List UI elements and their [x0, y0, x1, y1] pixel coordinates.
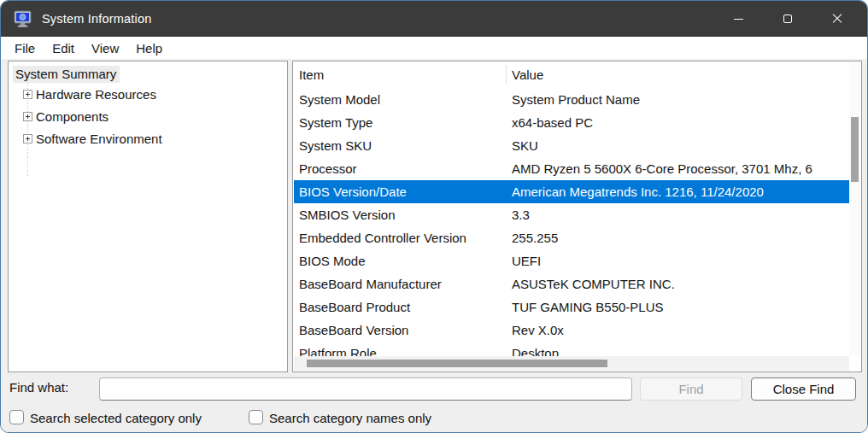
tree-item-label: Software Environment: [36, 132, 162, 146]
table-row[interactable]: Processor AMD Ryzen 5 5600X 6-Core Proce…: [294, 157, 849, 180]
table-row-selected[interactable]: BIOS Version/Date American Megatrends In…: [294, 180, 849, 203]
list-header: Item Value: [293, 61, 861, 88]
find-options-row: Search selected category only Search cat…: [1, 407, 867, 430]
value-cell: 3.3: [506, 208, 849, 222]
horizontal-scrollbar[interactable]: [294, 356, 849, 371]
item-cell: Platform Role: [294, 346, 506, 356]
title-bar: System Information: [1, 1, 867, 37]
item-cell: BIOS Mode: [294, 254, 506, 268]
item-cell: SMBIOS Version: [294, 208, 506, 222]
item-cell: Embedded Controller Version: [294, 231, 506, 245]
tree-item-system-summary[interactable]: System Summary: [13, 66, 120, 83]
close-find-button[interactable]: Close Find: [751, 377, 856, 401]
expand-plus-icon[interactable]: [23, 90, 32, 99]
value-cell: TUF GAMING B550-PLUS: [506, 300, 849, 314]
horizontal-scrollbar-thumb[interactable]: [307, 360, 607, 367]
tree-item-hardware-resources[interactable]: Hardware Resources: [9, 83, 287, 105]
item-cell: BaseBoard Manufacturer: [294, 277, 506, 291]
search-selected-category-checkbox[interactable]: [9, 410, 24, 424]
tree-children: Hardware Resources Components Software E…: [9, 83, 287, 149]
minimize-icon: [734, 19, 743, 20]
item-cell: BIOS Version/Date: [294, 184, 506, 199]
menu-bar: File Edit View Help: [1, 37, 867, 59]
maximize-button[interactable]: [763, 1, 812, 37]
tree-item-software-environment[interactable]: Software Environment: [9, 127, 287, 149]
menu-view[interactable]: View: [83, 39, 127, 57]
tree-item-components[interactable]: Components: [9, 105, 287, 127]
table-row[interactable]: System Model System Product Name: [294, 88, 849, 111]
expand-plus-icon[interactable]: [23, 112, 32, 121]
close-button[interactable]: [812, 1, 862, 37]
search-category-names-checkbox[interactable]: [249, 410, 263, 424]
details-list-panel: Item Value System Model System Product N…: [292, 61, 862, 372]
column-separator[interactable]: [506, 65, 507, 85]
window-title: System Information: [42, 12, 152, 26]
search-category-names-label: Search category names only: [269, 411, 431, 425]
item-cell: System SKU: [294, 138, 506, 153]
value-cell: UEFI: [506, 254, 849, 268]
value-cell: Rev X.0x: [506, 323, 849, 337]
value-cell: System Product Name: [506, 92, 849, 107]
system-information-app-icon: [14, 10, 32, 27]
item-cell: System Model: [294, 92, 506, 107]
window-controls: [713, 1, 862, 37]
menu-file[interactable]: File: [6, 39, 44, 57]
table-row[interactable]: BaseBoard Product TUF GAMING B550-PLUS: [294, 295, 849, 319]
tree-item-label: Hardware Resources: [36, 87, 156, 102]
tree-item-label: Components: [36, 109, 108, 124]
item-cell: BaseBoard Version: [294, 323, 506, 337]
close-icon: [832, 14, 842, 24]
find-what-label: Find what:: [9, 380, 68, 395]
value-cell: x64-based PC: [506, 115, 849, 130]
value-cell: 255.255: [506, 231, 849, 245]
search-selected-category-label: Search selected category only: [30, 411, 202, 425]
expand-plus-icon[interactable]: [23, 134, 32, 143]
list-rows: System Model System Product Name System …: [294, 88, 849, 356]
item-cell: System Type: [294, 115, 506, 130]
menu-edit[interactable]: Edit: [44, 39, 83, 57]
value-cell: ASUSTeK COMPUTER INC.: [506, 277, 849, 291]
vertical-scrollbar[interactable]: [849, 62, 860, 356]
minimize-button[interactable]: [713, 1, 763, 37]
item-cell: Processor: [294, 161, 506, 176]
system-information-window: System Information File Edit View Help S…: [0, 0, 868, 433]
column-header-value[interactable]: Value: [506, 67, 543, 82]
value-cell: AMD Ryzen 5 5600X 6-Core Processor, 3701…: [506, 161, 849, 176]
table-row[interactable]: Embedded Controller Version 255.255: [294, 226, 849, 249]
content-area: System Summary Hardware Resources Compon…: [1, 59, 867, 372]
table-row[interactable]: BaseBoard Version Rev X.0x: [294, 319, 849, 342]
menu-help[interactable]: Help: [127, 39, 171, 57]
value-cell: American Megatrends Inc. 1216, 11/24/202…: [506, 184, 849, 199]
table-row[interactable]: BIOS Mode UEFI: [294, 249, 849, 272]
column-header-item[interactable]: Item: [293, 67, 506, 82]
maximize-icon: [783, 15, 792, 23]
table-row[interactable]: BaseBoard Manufacturer ASUSTeK COMPUTER …: [294, 272, 849, 295]
value-cell: SKU: [506, 138, 849, 153]
table-row[interactable]: SMBIOS Version 3.3: [294, 203, 849, 226]
table-row[interactable]: System Type x64-based PC: [294, 111, 849, 134]
vertical-scrollbar-thumb[interactable]: [851, 117, 859, 182]
item-cell: BaseBoard Product: [294, 300, 506, 314]
category-tree-panel: System Summary Hardware Resources Compon…: [8, 61, 288, 372]
value-cell: Desktop: [506, 346, 849, 356]
find-input[interactable]: [99, 377, 632, 401]
find-button[interactable]: Find: [640, 377, 742, 401]
find-bar: Find what: Find Close Find Search select…: [1, 372, 867, 433]
table-row[interactable]: Platform Role Desktop: [294, 342, 849, 356]
table-row[interactable]: System SKU SKU: [294, 134, 849, 157]
